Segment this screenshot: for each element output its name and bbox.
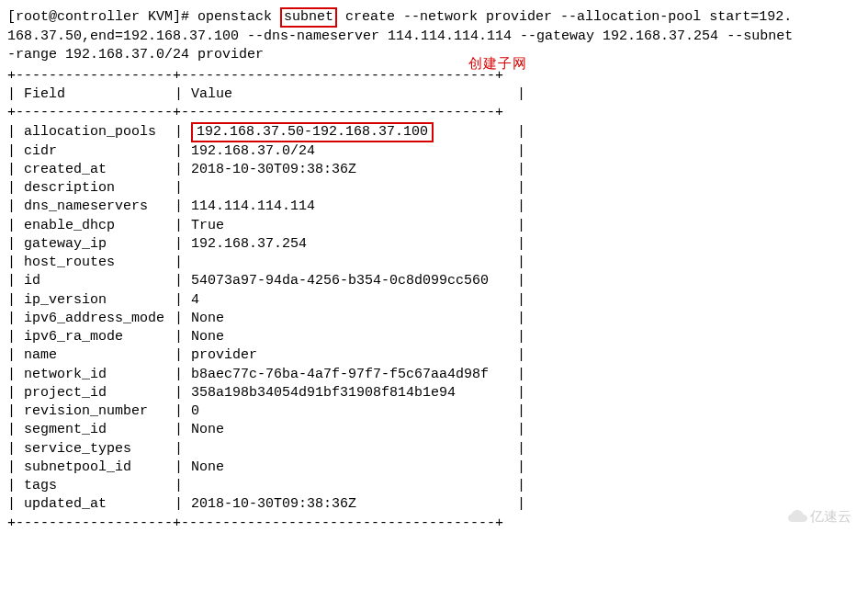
value-cell: True [191, 217, 509, 235]
table-row: | updated_at | 2018-10-30T09:38:36Z | [7, 495, 861, 514]
table-row: | ip_version | 4 | [7, 291, 861, 310]
table-row: | revision_number | 0 | [7, 402, 861, 421]
header-field: Field [24, 85, 166, 104]
value-cell: 192.168.37.254 [191, 235, 509, 254]
highlight-allocation-pools: 192.168.37.50-192.168.37.100 [191, 122, 434, 142]
field-cell: description [24, 179, 166, 198]
annotation-label: 创建子网 [468, 55, 527, 73]
value-cell: 54073a97-94da-4256-b354-0c8d099cc560 [191, 272, 509, 290]
value-cell: 2018-10-30T09:38:36Z [191, 161, 509, 179]
field-cell: name [24, 346, 166, 365]
value-cell: 192.168.37.0/24 [191, 142, 509, 161]
field-cell: network_id [24, 366, 166, 384]
cloud-icon [788, 509, 808, 524]
table-row: | gateway_ip | 192.168.37.254 | [7, 235, 861, 254]
table-row: | tags | | [7, 477, 861, 495]
table-row: | allocation_pools | 192.168.37.50-192.1… [7, 122, 861, 142]
watermark-text: 亿速云 [810, 508, 851, 526]
value-cell: 4 [191, 291, 509, 310]
field-cell: gateway_ip [24, 235, 166, 254]
value-cell: None [191, 459, 509, 477]
table-row: | id | 54073a97-94da-4256-b354-0c8d099cc… [7, 272, 861, 290]
table-row: | network_id | b8aec77c-76ba-4a7f-97f7-f… [7, 366, 861, 384]
field-cell: subnetpool_id [24, 459, 166, 477]
command-line-1: [root@controller KVM]# openstack subnet … [7, 7, 861, 28]
field-cell: tags [24, 477, 166, 495]
separator-row: +-------------------+-------------------… [7, 515, 861, 533]
value-cell: None [191, 310, 509, 328]
command-line-3: -range 192.168.37.0/24 provider [7, 46, 861, 64]
table-row: | description | | [7, 179, 861, 198]
field-cell: cidr [24, 142, 166, 161]
field-cell: revision_number [24, 402, 166, 421]
field-cell: host_routes [24, 254, 166, 272]
separator-row: +-------------------+-------------------… [7, 67, 861, 85]
table-row: | segment_id | None | [7, 421, 861, 439]
field-cell: created_at [24, 161, 166, 179]
cmd-subnet: subnet [284, 9, 333, 25]
table-row: | project_id | 358a198b34054d91bf31908f8… [7, 384, 861, 402]
value-cell: 358a198b34054d91bf31908f814b1e94 [191, 384, 509, 402]
value-cell: 2018-10-30T09:38:36Z [191, 495, 509, 514]
header-row: | Field | Value | [7, 85, 861, 104]
separator-row: +-------------------+-------------------… [7, 104, 861, 122]
field-cell: ip_version [24, 291, 166, 310]
highlight-subnet: subnet [280, 7, 337, 28]
output-table: +-------------------+-------------------… [7, 67, 861, 533]
table-row: | host_routes | | [7, 254, 861, 272]
header-value: Value [191, 85, 509, 104]
watermark: 亿速云 [788, 508, 851, 526]
value-cell: None [191, 328, 509, 346]
shell-prompt: [root@controller KVM]# [7, 9, 197, 25]
value-cell: provider [191, 346, 509, 365]
value-cell: b8aec77c-76ba-4a7f-97f7-f5c67aa4d98f [191, 366, 509, 384]
value-cell: 114.114.114.114 [191, 198, 509, 216]
table-row: | dns_nameservers | 114.114.114.114 | [7, 198, 861, 216]
table-row: | enable_dhcp | True | [7, 217, 861, 235]
field-cell: service_types [24, 440, 166, 459]
field-cell: updated_at [24, 495, 166, 514]
command-line-2: 168.37.50,end=192.168.37.100 --dns-names… [7, 28, 861, 46]
field-cell: allocation_pools [24, 123, 166, 142]
cmd-text-2: create --network provider --allocation-p… [337, 9, 792, 25]
table-row: | ipv6_address_mode | None | [7, 310, 861, 328]
field-cell: ipv6_ra_mode [24, 328, 166, 346]
field-cell: project_id [24, 384, 166, 402]
field-cell: segment_id [24, 421, 166, 439]
field-cell: ipv6_address_mode [24, 310, 166, 328]
field-cell: enable_dhcp [24, 217, 166, 235]
table-row: | ipv6_ra_mode | None | [7, 328, 861, 346]
field-cell: dns_nameservers [24, 198, 166, 216]
field-cell: id [24, 272, 166, 290]
table-row: | cidr | 192.168.37.0/24 | [7, 142, 861, 161]
cmd-text-1: openstack [197, 9, 280, 25]
value-cell: 0 [191, 402, 509, 421]
table-row: | name | provider | [7, 346, 861, 365]
value-cell: 192.168.37.50-192.168.37.100 [191, 122, 509, 142]
value-cell: None [191, 421, 509, 439]
table-row: | service_types | | [7, 440, 861, 459]
table-row: | created_at | 2018-10-30T09:38:36Z | [7, 161, 861, 179]
table-row: | subnetpool_id | None | [7, 459, 861, 477]
